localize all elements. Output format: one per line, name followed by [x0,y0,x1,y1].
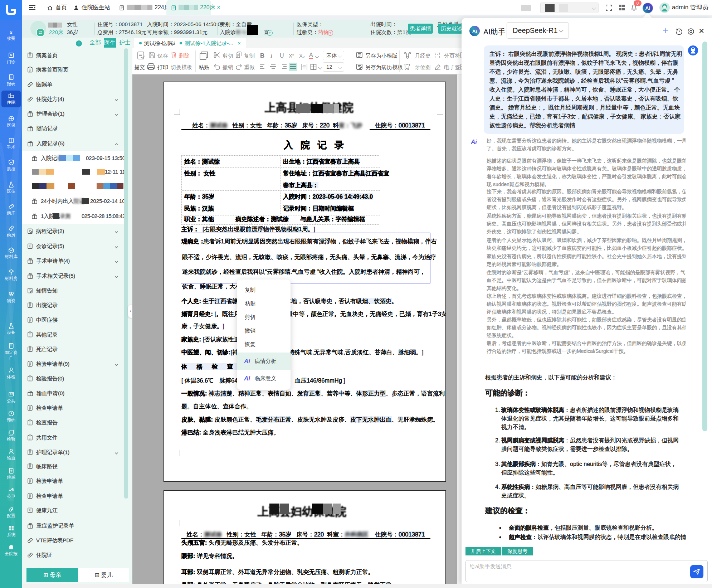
svg-text:Ai: Ai [645,5,650,11]
svg-text:Ai: Ai [244,358,250,365]
svg-text:Ai: Ai [471,139,477,145]
svg-text:Ai: Ai [244,375,250,382]
svg-text:Ai: Ai [472,29,477,34]
